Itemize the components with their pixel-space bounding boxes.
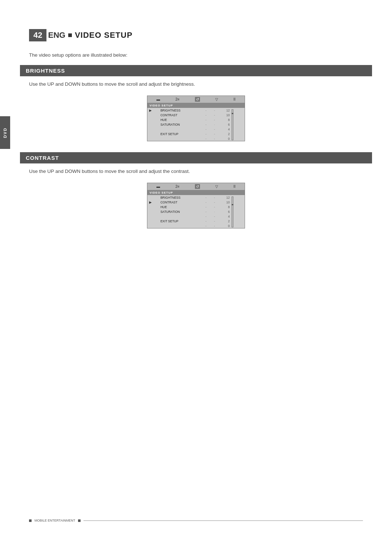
row-dash1: - bbox=[202, 214, 210, 219]
table-row: ▶ CONTRAST - - 10 bbox=[147, 200, 232, 204]
row-arrow bbox=[147, 204, 159, 209]
brightness-scr-section-label: VIDEO SETUP bbox=[147, 103, 245, 108]
row-dash1: - bbox=[202, 204, 210, 209]
row-dash2: - bbox=[210, 127, 219, 131]
row-dash1: - bbox=[202, 131, 210, 136]
contrast-screenshot: ▬ 2≡ ↺ ▽ II VIDEO SETUP BRIGHTNESS - bbox=[147, 183, 245, 228]
row-label bbox=[159, 136, 202, 141]
row-label: EXIT SETUP bbox=[159, 131, 202, 136]
row-value: 10 bbox=[219, 200, 232, 204]
row-label bbox=[159, 127, 202, 131]
separator-square bbox=[68, 33, 72, 37]
contrast-slider-nums bbox=[234, 197, 236, 220]
brightness-scr-table: ▶ BRIGHTNESS - - 12 CONTRAST - - 10 bbox=[147, 108, 232, 141]
icon-list: 2≡ bbox=[175, 97, 179, 101]
intro-text: The video setup options are illustrated … bbox=[0, 49, 392, 65]
row-label: HUE bbox=[159, 204, 202, 209]
row-dash2: - bbox=[210, 214, 219, 219]
contrast-scr-table: BRIGHTNESS - - 12 ▶ CONTRAST - - 10 bbox=[147, 195, 232, 228]
row-label: HUE bbox=[159, 117, 202, 122]
row-arrow bbox=[147, 136, 159, 141]
row-dash2: - bbox=[210, 113, 219, 117]
lang-label: ENG bbox=[48, 31, 65, 40]
row-dash1: - bbox=[202, 113, 210, 117]
footer-square bbox=[29, 519, 32, 522]
row-arrow bbox=[147, 214, 159, 219]
row-label: SATURATION bbox=[159, 122, 202, 127]
row-value: 12 bbox=[219, 195, 232, 200]
brightness-description: Use the UP and DOWN buttons to move the … bbox=[0, 76, 392, 93]
row-dash1: - bbox=[202, 200, 210, 204]
table-row: - - 4 bbox=[147, 127, 232, 131]
row-label: BRIGHTNESS bbox=[159, 195, 202, 200]
row-dash1: - bbox=[202, 223, 210, 228]
table-row: CONTRAST - - 10 bbox=[147, 113, 232, 117]
icon-video2: ▽ bbox=[215, 185, 218, 189]
dvd-tab: DVD bbox=[0, 116, 10, 149]
row-value: 8 bbox=[219, 204, 232, 209]
contrast-icons-row: ▬ 2≡ ↺ ▽ II bbox=[147, 183, 245, 190]
table-row: - - 0 bbox=[147, 136, 232, 141]
row-value: 4 bbox=[219, 214, 232, 219]
row-label: EXIT SETUP bbox=[159, 219, 202, 223]
page-container: DVD 42 ENG VIDEO SETUP The video setup o… bbox=[0, 0, 392, 555]
table-row: - - 4 bbox=[147, 214, 232, 219]
row-label: SATURATION bbox=[159, 209, 202, 214]
row-dash2: - bbox=[210, 117, 219, 122]
row-value: 10 bbox=[219, 113, 232, 117]
icon-list2: 2≡ bbox=[175, 185, 179, 189]
row-dash1: - bbox=[202, 122, 210, 127]
row-arrow: ▶ bbox=[147, 200, 159, 204]
row-arrow bbox=[147, 209, 159, 214]
contrast-slider-track bbox=[232, 197, 233, 227]
row-arrow bbox=[147, 113, 159, 117]
contrast-scr-section-label: VIDEO SETUP bbox=[147, 190, 245, 195]
table-row: BRIGHTNESS - - 12 bbox=[147, 195, 232, 200]
row-arrow bbox=[147, 195, 159, 200]
brightness-scr-body: ▶ BRIGHTNESS - - 12 CONTRAST - - 10 bbox=[147, 108, 245, 141]
row-dash1: - bbox=[202, 195, 210, 200]
contrast-section: CONTRAST Use the UP and DOWN buttons to … bbox=[0, 152, 392, 228]
brightness-section: BRIGHTNESS Use the UP and DOWN buttons t… bbox=[0, 65, 392, 141]
icon-refresh-active: ↺ bbox=[195, 97, 200, 102]
contrast-description: Use the UP and DOWN buttons to move the … bbox=[0, 163, 392, 180]
row-arrow bbox=[147, 122, 159, 127]
row-dash2: · bbox=[210, 209, 219, 214]
row-label bbox=[159, 214, 202, 219]
row-value: 12 bbox=[219, 108, 232, 113]
brightness-slider-track bbox=[232, 109, 233, 140]
table-row: EXIT SETUP - - 2 bbox=[147, 219, 232, 223]
row-value: 6 bbox=[219, 122, 232, 127]
row-dash1: - bbox=[202, 108, 210, 113]
row-dash2: · bbox=[210, 122, 219, 127]
icon-menu2: ▬ bbox=[156, 185, 160, 189]
table-row: SATURATION - · 6 bbox=[147, 209, 232, 214]
brightness-heading: BRIGHTNESS bbox=[20, 65, 372, 76]
row-value: 2 bbox=[219, 219, 232, 223]
row-arrow bbox=[147, 219, 159, 223]
icon-menu: ▬ bbox=[156, 97, 160, 101]
brightness-screenshot-wrapper: ▬ 2≡ ↺ ▽ II VIDEO SETUP ▶ BRIGHTNESS - bbox=[0, 96, 392, 141]
row-dash1: - bbox=[202, 136, 210, 141]
footer-label: MOBILE ENTERTAINMENT bbox=[34, 519, 75, 522]
row-value: 0 bbox=[219, 223, 232, 228]
row-value: 2 bbox=[219, 131, 232, 136]
brightness-slider-handle bbox=[232, 113, 233, 114]
row-value: 0 bbox=[219, 136, 232, 141]
row-dash1: - bbox=[202, 127, 210, 131]
contrast-slider-handle bbox=[232, 204, 233, 205]
row-arrow bbox=[147, 117, 159, 122]
page-footer: MOBILE ENTERTAINMENT bbox=[29, 519, 363, 522]
row-dash2: - bbox=[210, 108, 219, 113]
table-row: EXIT SETUP - - 2 bbox=[147, 131, 232, 136]
icon-video: ▽ bbox=[215, 97, 218, 101]
page-number: 42 bbox=[29, 29, 46, 41]
row-dash2: - bbox=[210, 136, 219, 141]
row-dash2: - bbox=[210, 204, 219, 209]
row-dash2: - bbox=[210, 195, 219, 200]
icon-pause2: II bbox=[233, 185, 236, 189]
table-row: - - 0 bbox=[147, 223, 232, 228]
table-row: HUE - - 8 bbox=[147, 204, 232, 209]
table-row: SATURATION - · 6 bbox=[147, 122, 232, 127]
row-label: CONTRAST bbox=[159, 200, 202, 204]
